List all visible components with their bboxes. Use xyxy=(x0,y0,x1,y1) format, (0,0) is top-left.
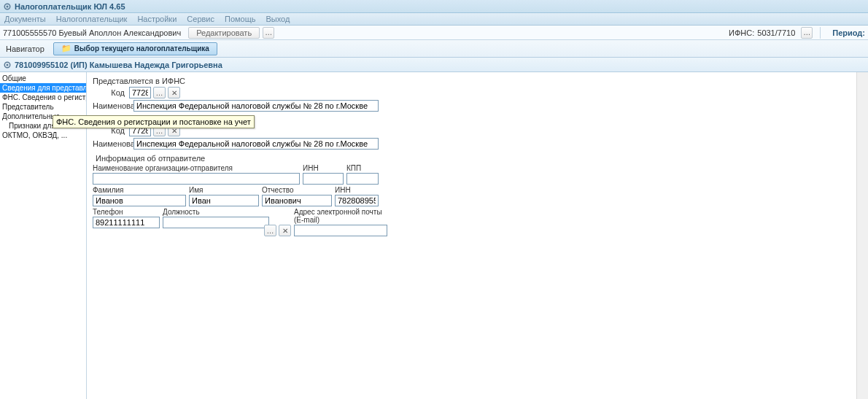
vertical-scrollbar[interactable] xyxy=(856,72,868,399)
kod1-clear-button[interactable]: ✕ xyxy=(168,87,180,98)
app-icon xyxy=(3,2,12,11)
tree-fns-registration[interactable]: ФНС. Сведения о регистраци xyxy=(0,93,86,102)
ifns-value: 5031/7710 xyxy=(757,28,795,37)
naim1-label: Наименование xyxy=(93,101,133,110)
otch-label: Отчество xyxy=(262,186,332,194)
imya-input[interactable] xyxy=(189,195,259,206)
doc-icon xyxy=(3,61,12,69)
svg-point-1 xyxy=(7,5,9,7)
folder-icon: 📁 xyxy=(61,44,71,53)
menu-service[interactable]: Сервис xyxy=(187,15,214,23)
document-title: 781009955102 (ИП) Камышева Надежда Григо… xyxy=(15,61,222,69)
tooltip: ФНС. Сведения о регистрации и постановке… xyxy=(53,115,255,128)
menu-bar: Документы Налогоплательщик Настройки Сер… xyxy=(0,13,868,26)
menu-documents[interactable]: Документы xyxy=(4,15,46,23)
separator xyxy=(820,27,821,39)
navigator-row: Навигатор 📁 Выбор текущего налогоплатель… xyxy=(0,40,868,58)
imya-label: Имя xyxy=(189,186,259,194)
more-button[interactable]: … xyxy=(263,27,274,39)
svg-point-3 xyxy=(7,63,9,66)
tree-general[interactable]: Общие xyxy=(0,74,86,83)
menu-settings[interactable]: Настройки xyxy=(137,15,177,23)
email-input[interactable] xyxy=(294,225,387,236)
fam-label: Фамилия xyxy=(93,186,186,194)
kpp-label: КПП xyxy=(346,164,379,172)
menu-exit[interactable]: Выход xyxy=(266,15,290,23)
inn-pers-label: ИНН xyxy=(335,186,379,194)
inn-pers-input[interactable] xyxy=(335,195,379,206)
fam-input[interactable] xyxy=(93,195,186,206)
tel-input[interactable] xyxy=(93,217,160,228)
dolzh-lookup-button[interactable]: … xyxy=(264,225,276,236)
current-taxpayer-text: 771005555570 Буевый Аполлон Александрови… xyxy=(3,28,181,37)
otch-input[interactable] xyxy=(262,195,332,206)
window-title: Налогоплательщик ЮЛ 4.65 xyxy=(15,2,125,11)
sender-info-label: Информация об отправителе xyxy=(96,154,862,163)
ifns-more-button[interactable]: … xyxy=(801,27,813,39)
tree-representative[interactable]: Представитель xyxy=(0,102,86,112)
dolzh-input[interactable] xyxy=(163,217,269,228)
section-submit-to-ifns: Представляется в ИФНС xyxy=(93,77,862,85)
naim2-input[interactable] xyxy=(133,138,379,150)
org-label: Наименование организации-отправителя xyxy=(93,164,300,172)
naim1-input[interactable] xyxy=(133,100,379,112)
tree-oktmo-okved[interactable]: ОКТМО, ОКВЭД, ... xyxy=(0,131,86,140)
menu-taxpayer[interactable]: Налогоплательщик xyxy=(56,15,128,23)
kod1-label: Код xyxy=(93,88,129,97)
inn-org-label: ИНН xyxy=(303,164,344,172)
info-bar: 771005555570 Буевый Аполлон Александрови… xyxy=(0,26,868,40)
document-titlebar: 781009955102 (ИП) Камышева Надежда Григо… xyxy=(0,58,868,72)
period-label[interactable]: Период: xyxy=(832,28,865,37)
org-input[interactable] xyxy=(93,173,300,185)
kod1-input[interactable] xyxy=(129,87,151,98)
kod1-lookup-button[interactable]: … xyxy=(153,87,166,98)
kpp-input[interactable] xyxy=(346,173,379,185)
dolzh-label: Должность xyxy=(163,208,259,216)
edit-button[interactable]: Редактировать xyxy=(188,27,260,39)
window-titlebar: Налогоплательщик ЮЛ 4.65 xyxy=(0,0,868,13)
ifns-label: ИФНС: xyxy=(729,28,754,37)
naim2-label: Наименование xyxy=(93,139,133,148)
select-taxpayer-button[interactable]: 📁 Выбор текущего налогоплательщика xyxy=(53,42,217,55)
email-label: Адрес электронной почты (E-mail) xyxy=(294,208,387,224)
menu-help[interactable]: Помощь xyxy=(225,15,256,23)
select-taxpayer-label: Выбор текущего налогоплательщика xyxy=(74,44,209,53)
dolzh-clear-button[interactable]: ✕ xyxy=(279,225,291,236)
tree-submission-info[interactable]: Сведения для представления xyxy=(0,83,86,93)
tel-label: Телефон xyxy=(93,208,160,216)
navigator-label: Навигатор xyxy=(6,44,44,53)
inn-org-input[interactable] xyxy=(303,173,344,185)
